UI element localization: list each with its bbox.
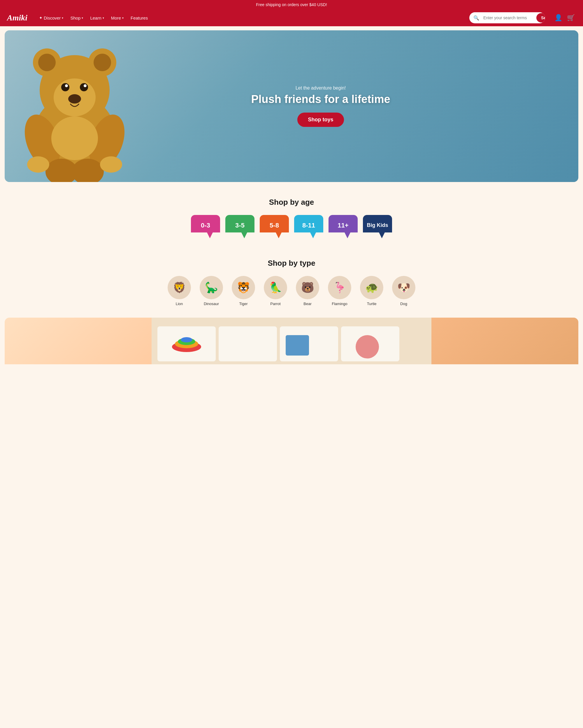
svg-point-10 xyxy=(84,84,87,87)
account-icon: 👤 xyxy=(554,14,562,21)
search-button[interactable]: Search xyxy=(536,13,545,23)
age-badges-container: 0-3 3-5 5-8 8-11 11+ Big Kids xyxy=(5,215,578,238)
account-button[interactable]: 👤 xyxy=(553,13,563,23)
svg-point-7 xyxy=(61,83,70,91)
type-label-flamingo: Flamingo xyxy=(332,302,347,306)
cart-icon: 🛒 xyxy=(567,14,575,21)
type-item-parrot[interactable]: 🦜 Parrot xyxy=(262,276,288,306)
header: Amiki ✦ Discover ▾ Shop ▾ Learn ▾ More ▾… xyxy=(0,9,583,26)
age-badge-big-kids[interactable]: Big Kids xyxy=(363,215,392,238)
age-badge-5-8[interactable]: 5-8 xyxy=(260,215,289,238)
top-banner: Free shipping on orders over $40 USD! xyxy=(0,0,583,9)
hero-bear-image xyxy=(13,42,136,182)
turtle-icon: 🐢 xyxy=(360,276,383,299)
sparkle-icon: ✦ xyxy=(39,16,43,20)
shop-by-type-section: Shop by type 🦁 Lion 🦕 Dinosaur 🐯 Tiger 🦜… xyxy=(0,247,583,318)
type-label-tiger: Tiger xyxy=(239,302,248,306)
svg-point-3 xyxy=(38,54,56,71)
header-icons: 👤 🛒 xyxy=(553,13,576,23)
svg-rect-28 xyxy=(286,335,309,356)
type-item-dog[interactable]: 🐶 Dog xyxy=(391,276,417,306)
type-item-flamingo[interactable]: 🦩 Flamingo xyxy=(327,276,353,306)
bottom-preview-section xyxy=(5,318,578,364)
type-label-lion: Lion xyxy=(176,302,183,306)
svg-point-16 xyxy=(27,156,49,173)
svg-point-17 xyxy=(100,156,122,173)
svg-point-29 xyxy=(356,335,379,359)
svg-point-27 xyxy=(181,337,192,342)
nav-discover[interactable]: ✦ Discover ▾ xyxy=(36,14,66,22)
svg-point-5 xyxy=(93,54,111,71)
dinosaur-icon: 🦕 xyxy=(200,276,223,299)
type-item-dinosaur[interactable]: 🦕 Dinosaur xyxy=(198,276,224,306)
chevron-down-icon: ▾ xyxy=(82,16,83,20)
type-item-lion[interactable]: 🦁 Lion xyxy=(166,276,192,306)
age-badge-8-11[interactable]: 8-11 xyxy=(294,215,323,238)
hero-section: Let the adventure begin! Plush friends f… xyxy=(5,30,578,182)
type-label-bear: Bear xyxy=(303,302,311,306)
age-badge-3-5[interactable]: 3-5 xyxy=(225,215,254,238)
nav-features[interactable]: Features xyxy=(128,14,151,22)
type-label-dinosaur: Dinosaur xyxy=(204,302,219,306)
hero-tagline: Let the adventure begin! xyxy=(251,85,390,91)
search-input[interactable] xyxy=(482,13,535,23)
chevron-down-icon: ▾ xyxy=(62,16,63,20)
type-item-bear[interactable]: 🐻 Bear xyxy=(295,276,321,306)
chevron-down-icon: ▾ xyxy=(103,16,104,20)
type-item-turtle[interactable]: 🐢 Turtle xyxy=(359,276,385,306)
hero-title: Plush friends for a lifetime xyxy=(251,93,390,106)
type-label-dog: Dog xyxy=(400,302,407,306)
svg-rect-21 xyxy=(219,327,277,361)
search-icon: 🔍 xyxy=(469,13,482,23)
type-label-parrot: Parrot xyxy=(270,302,280,306)
shop-by-type-title: Shop by type xyxy=(5,259,578,268)
search-bar: 🔍 Search xyxy=(469,12,545,23)
hero-content: Let the adventure begin! Plush friends f… xyxy=(251,85,390,127)
type-grid: 🦁 Lion 🦕 Dinosaur 🐯 Tiger 🦜 Parrot 🐻 Bea… xyxy=(5,276,578,312)
nav-more[interactable]: More ▾ xyxy=(108,14,127,22)
age-badge-11plus[interactable]: 11+ xyxy=(329,215,358,238)
shop-by-age-section: Shop by age 0-3 3-5 5-8 8-11 11+ Big Kid… xyxy=(0,186,583,247)
svg-point-18 xyxy=(51,116,98,160)
svg-point-11 xyxy=(68,94,81,104)
parrot-icon: 🦜 xyxy=(264,276,287,299)
svg-point-8 xyxy=(80,83,88,91)
bear-icon: 🐻 xyxy=(296,276,319,299)
cart-button[interactable]: 🛒 xyxy=(566,13,576,23)
nav-shop[interactable]: Shop ▾ xyxy=(67,14,86,22)
svg-point-9 xyxy=(65,84,68,87)
chevron-down-icon: ▾ xyxy=(122,16,123,20)
flamingo-icon: 🦩 xyxy=(328,276,351,299)
tiger-icon: 🐯 xyxy=(232,276,255,299)
banner-text: Free shipping on orders over $40 USD! xyxy=(256,2,327,7)
age-badge-0-3[interactable]: 0-3 xyxy=(191,215,220,238)
lion-icon: 🦁 xyxy=(168,276,191,299)
logo[interactable]: Amiki xyxy=(7,13,27,23)
main-nav: ✦ Discover ▾ Shop ▾ Learn ▾ More ▾ Featu… xyxy=(36,14,464,22)
dog-icon: 🐶 xyxy=(392,276,415,299)
type-item-tiger[interactable]: 🐯 Tiger xyxy=(230,276,256,306)
shop-by-age-title: Shop by age xyxy=(5,198,578,207)
type-label-turtle: Turtle xyxy=(367,302,377,306)
shop-toys-button[interactable]: Shop toys xyxy=(297,112,344,127)
nav-learn[interactable]: Learn ▾ xyxy=(87,14,107,22)
